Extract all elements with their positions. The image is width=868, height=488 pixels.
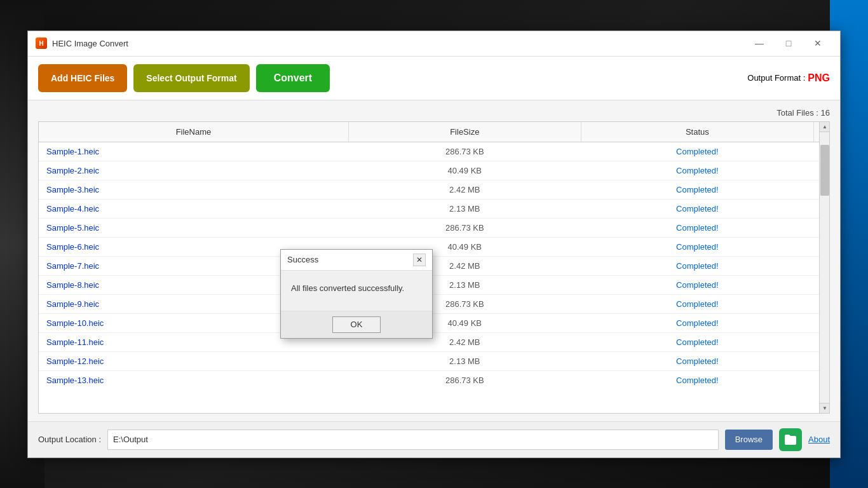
cell-status: Completed! xyxy=(581,142,813,161)
ok-button[interactable]: OK xyxy=(332,316,381,333)
cell-status: Completed! xyxy=(581,199,813,218)
col-header-filename: FileName xyxy=(39,122,348,142)
toolbar: Add HEIC Files Select Output Format Conv… xyxy=(28,57,840,100)
cell-filesize: 286.73 KB xyxy=(348,142,581,161)
table-row: Sample-5.heic286.73 KBCompleted! xyxy=(39,218,829,237)
cell-filesize: 2.13 MB xyxy=(348,199,581,218)
output-path-input[interactable] xyxy=(107,430,719,450)
app-window: H HEIC Image Convert — □ ✕ Add HEIC File… xyxy=(27,30,841,458)
cell-status: Completed! xyxy=(581,256,813,275)
cell-filesize: 2.42 MB xyxy=(348,180,581,199)
title-bar-controls: — □ ✕ xyxy=(745,34,832,52)
col-header-status: Status xyxy=(581,122,813,142)
table-row: Sample-3.heic2.42 MBCompleted! xyxy=(39,180,829,199)
output-format-value: PNG xyxy=(808,72,830,84)
cell-filename: Sample-13.heic xyxy=(39,370,348,389)
output-format-display: Output Format : PNG xyxy=(747,72,830,84)
output-format-label: Output Format : xyxy=(747,73,805,83)
cell-status: Completed! xyxy=(581,180,813,199)
table-row: Sample-7.heic2.42 MBCompleted! xyxy=(39,256,829,275)
scrollbar[interactable]: ▲ ▼ xyxy=(819,122,829,413)
output-location-label: Output Location : xyxy=(38,435,101,444)
minimize-button[interactable]: — xyxy=(745,34,774,52)
cell-status: Completed! xyxy=(581,294,813,313)
scrollbar-up-arrow[interactable]: ▲ xyxy=(820,122,830,132)
cell-filesize: 2.13 MB xyxy=(348,351,581,370)
add-heic-button[interactable]: Add HEIC Files xyxy=(38,64,127,92)
cell-status: Completed! xyxy=(581,275,813,294)
cell-status: Completed! xyxy=(581,218,813,237)
title-bar: H HEIC Image Convert — □ ✕ xyxy=(28,31,840,57)
cell-filesize: 40.49 KB xyxy=(348,161,581,180)
col-header-filesize: FileSize xyxy=(348,122,581,142)
open-folder-button[interactable] xyxy=(779,428,802,451)
cell-status: Completed! xyxy=(581,313,813,332)
dialog-title: Success xyxy=(287,255,318,264)
folder-icon xyxy=(784,434,797,445)
scrollbar-thumb[interactable] xyxy=(820,145,829,196)
cell-status: Completed! xyxy=(581,237,813,256)
bottom-bar: Output Location : Browse About xyxy=(28,421,840,458)
table-row: Sample-13.heic286.73 KBCompleted! xyxy=(39,370,829,389)
total-files-label: Total Files : 16 xyxy=(38,108,830,118)
table-row: Sample-11.heic2.42 MBCompleted! xyxy=(39,332,829,351)
dialog-message: All files converted successfully. xyxy=(291,283,422,293)
cell-filename: Sample-1.heic xyxy=(39,142,348,161)
select-output-format-button[interactable]: Select Output Format xyxy=(133,64,249,92)
main-content: Total Files : 16 FileName FileSize Statu… xyxy=(28,100,840,421)
cell-status: Completed! xyxy=(581,161,813,180)
title-bar-left: H HEIC Image Convert xyxy=(36,37,128,49)
dialog-body: All files converted successfully. xyxy=(281,271,432,311)
table-wrapper: FileName FileSize Status Sample-1.heic28… xyxy=(39,122,829,389)
dialog-footer: OK xyxy=(281,311,432,338)
cell-status: Completed! xyxy=(581,351,813,370)
window-title: HEIC Image Convert xyxy=(52,39,128,48)
cell-filename: Sample-2.heic xyxy=(39,161,348,180)
table-header: FileName FileSize Status xyxy=(39,122,829,142)
file-table: FileName FileSize Status Sample-1.heic28… xyxy=(39,122,829,389)
dialog-title-bar: Success ✕ xyxy=(281,250,432,271)
file-table-container: FileName FileSize Status Sample-1.heic28… xyxy=(38,121,830,414)
file-table-body: Sample-1.heic286.73 KBCompleted!Sample-2… xyxy=(39,142,829,389)
table-row: Sample-1.heic286.73 KBCompleted! xyxy=(39,142,829,161)
table-row: Sample-9.heic286.73 KBCompleted! xyxy=(39,294,829,313)
table-row: Sample-6.heic40.49 KBCompleted! xyxy=(39,237,829,256)
about-link[interactable]: About xyxy=(808,435,830,444)
table-row: Sample-2.heic40.49 KBCompleted! xyxy=(39,161,829,180)
success-dialog: Success ✕ All files converted successful… xyxy=(280,249,433,339)
cell-filesize: 286.73 KB xyxy=(348,218,581,237)
cell-filename: Sample-4.heic xyxy=(39,199,348,218)
close-button[interactable]: ✕ xyxy=(803,34,832,52)
cell-filesize: 286.73 KB xyxy=(348,370,581,389)
browse-button[interactable]: Browse xyxy=(725,430,773,450)
cell-filename: Sample-3.heic xyxy=(39,180,348,199)
dialog-close-button[interactable]: ✕ xyxy=(413,254,426,266)
app-icon: H xyxy=(36,37,47,49)
table-row: Sample-12.heic2.13 MBCompleted! xyxy=(39,351,829,370)
table-row: Sample-8.heic2.13 MBCompleted! xyxy=(39,275,829,294)
table-row: Sample-10.heic40.49 KBCompleted! xyxy=(39,313,829,332)
convert-button[interactable]: Convert xyxy=(256,64,330,92)
cell-status: Completed! xyxy=(581,370,813,389)
maximize-button[interactable]: □ xyxy=(774,34,803,52)
scrollbar-down-arrow[interactable]: ▼ xyxy=(820,403,830,413)
table-row: Sample-4.heic2.13 MBCompleted! xyxy=(39,199,829,218)
cell-status: Completed! xyxy=(581,332,813,351)
cell-filename: Sample-5.heic xyxy=(39,218,348,237)
cell-filename: Sample-12.heic xyxy=(39,351,348,370)
